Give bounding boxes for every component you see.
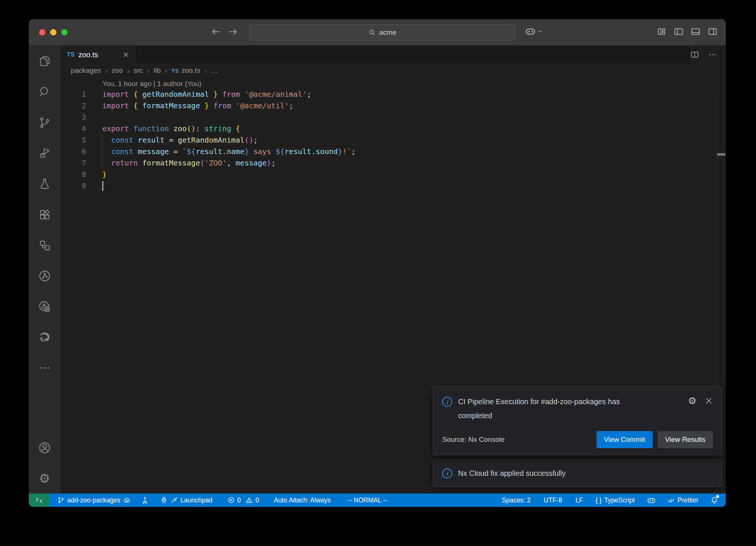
line-number: 6	[60, 146, 102, 157]
notification-source: Source: Nx Console	[442, 436, 505, 444]
overview-ruler-mark	[717, 153, 725, 156]
branch-name: add-zoo-packages	[67, 496, 120, 504]
minimize-window-button[interactable]	[50, 29, 56, 35]
breadcrumb-item-packages[interactable]: packages	[71, 66, 101, 75]
notification-center: i CI Pipeline Execution for #add-zoo-pac…	[433, 386, 722, 487]
rocket-icon	[160, 496, 168, 504]
vscode-window: acme TS zoo.ts packages› zoo› src› lib›	[29, 19, 726, 507]
eol-status[interactable]: LF	[575, 496, 583, 504]
breadcrumb-item-lib[interactable]: lib	[154, 66, 161, 75]
settings-gear-icon[interactable]: ⚙	[29, 463, 60, 494]
search-icon	[368, 29, 376, 36]
nx-project-graph-icon[interactable]	[29, 230, 60, 260]
copilot-icon	[525, 26, 536, 37]
copilot-icon	[647, 496, 656, 505]
code-line: 1import { getRandomAnimal } from '@acme/…	[60, 89, 726, 100]
error-count: 0	[237, 496, 241, 504]
search-icon[interactable]	[29, 76, 60, 107]
back-arrow-icon[interactable]	[210, 27, 221, 37]
zoom-window-button[interactable]	[61, 29, 68, 35]
info-icon: i	[442, 468, 452, 478]
command-center-search[interactable]: acme	[250, 24, 515, 40]
close-window-button[interactable]	[39, 29, 45, 35]
typescript-file-icon: TS	[171, 68, 179, 74]
line-number: 5	[60, 134, 102, 146]
line-number: 7	[60, 157, 102, 169]
info-icon: i	[442, 397, 452, 407]
tab-zoo-ts[interactable]: TS zoo.ts	[60, 46, 137, 64]
line-number: 9	[60, 180, 102, 192]
encoding-status[interactable]: UTF-8	[544, 496, 562, 504]
copilot-status[interactable]	[647, 496, 656, 505]
notifications-bell[interactable]	[710, 496, 718, 504]
errors-icon	[227, 496, 235, 504]
toggle-secondary-sidebar-icon[interactable]	[708, 27, 718, 37]
close-tab-icon[interactable]	[122, 51, 130, 58]
titlebar: acme	[29, 19, 726, 45]
edge-browser-icon[interactable]	[29, 322, 60, 352]
toggle-panel-icon[interactable]	[691, 27, 701, 37]
commit-graph-status[interactable]	[141, 496, 149, 504]
nx-console-icon[interactable]	[29, 260, 60, 291]
breadcrumb: packages› zoo› src› lib› TS zoo.ts› …	[60, 64, 726, 78]
chevron-down-icon	[537, 28, 543, 34]
testing-icon[interactable]	[29, 168, 60, 199]
customize-layout-icon[interactable]	[657, 27, 667, 37]
toggle-primary-sidebar-icon[interactable]	[674, 27, 684, 37]
notification-badge-dot	[716, 495, 719, 498]
code-line: 8}	[60, 169, 726, 180]
connect-plug-icon	[171, 496, 178, 504]
more-actions-icon[interactable]	[708, 50, 717, 59]
tab-label: zoo.ts	[78, 51, 98, 59]
more-views-icon[interactable]	[29, 352, 60, 383]
indentation-status[interactable]: Spaces: 2	[502, 496, 531, 504]
indent-guide	[102, 157, 103, 169]
nx-cloud-icon[interactable]	[29, 291, 60, 322]
breadcrumb-item-zoo[interactable]: zoo	[111, 66, 123, 75]
code-lines: 1import { getRandomAnimal } from '@acme/…	[60, 89, 726, 192]
code-line: 6 const message = `${result.name} says $…	[60, 146, 726, 157]
source-control-icon[interactable]	[29, 107, 60, 138]
forward-arrow-icon[interactable]	[228, 27, 238, 37]
warnings-icon	[245, 496, 253, 504]
breadcrumb-item-symbol[interactable]: …	[211, 66, 218, 75]
run-debug-icon[interactable]	[29, 138, 60, 168]
launchpad-label: Launchpad	[181, 496, 213, 504]
notification-ci-pipeline: i CI Pipeline Execution for #add-zoo-pac…	[433, 386, 722, 455]
status-bar: add-zoo-packages Launchpad 0 0	[29, 494, 726, 507]
vim-mode-status[interactable]: -- NORMAL --	[348, 496, 387, 504]
publish-cloud-icon	[123, 496, 131, 504]
commit-graph-icon	[141, 496, 149, 504]
code-line: 7 return formatMessage('ZOO', message);	[60, 157, 726, 169]
view-commit-button[interactable]: View Commit	[597, 431, 653, 448]
code-line: 9	[60, 180, 726, 192]
breadcrumb-item-src[interactable]: src	[134, 66, 143, 75]
code-line: 5 const result = getRandomAnimal();	[60, 134, 726, 146]
code-line: 3	[60, 112, 726, 123]
notification-nx-cloud-fix: i Nx Cloud fix applied successfully	[433, 460, 722, 487]
extensions-icon[interactable]	[29, 199, 60, 230]
warning-count: 0	[255, 496, 259, 504]
indent-guide	[102, 134, 103, 146]
launchpad-status[interactable]: Launchpad	[160, 496, 213, 504]
code-line: 2import { formatMessage } from '@acme/ut…	[60, 100, 726, 112]
notification-settings-icon[interactable]: ⚙	[688, 396, 697, 406]
search-query: acme	[379, 28, 396, 37]
account-icon[interactable]	[29, 432, 60, 463]
line-number: 4	[60, 123, 102, 134]
split-editor-icon[interactable]	[690, 50, 699, 59]
problems-status[interactable]: 0 0	[227, 496, 259, 504]
language-mode-status[interactable]: { } TypeScript	[595, 496, 635, 504]
formatter-status[interactable]: Prettier	[667, 496, 698, 504]
view-results-button[interactable]: View Results	[658, 431, 713, 448]
git-branch-status[interactable]: add-zoo-packages	[57, 496, 131, 504]
close-icon[interactable]	[705, 397, 713, 405]
braces-icon: { }	[595, 496, 602, 504]
traffic-lights	[39, 29, 68, 35]
explorer-icon[interactable]	[29, 46, 60, 76]
auto-attach-status[interactable]: Auto Attach: Always	[274, 496, 331, 504]
remote-indicator[interactable]	[29, 494, 49, 507]
copilot-menu-button[interactable]	[525, 26, 543, 37]
breadcrumb-item-file[interactable]: zoo.ts	[182, 66, 200, 75]
double-check-icon	[667, 496, 675, 504]
